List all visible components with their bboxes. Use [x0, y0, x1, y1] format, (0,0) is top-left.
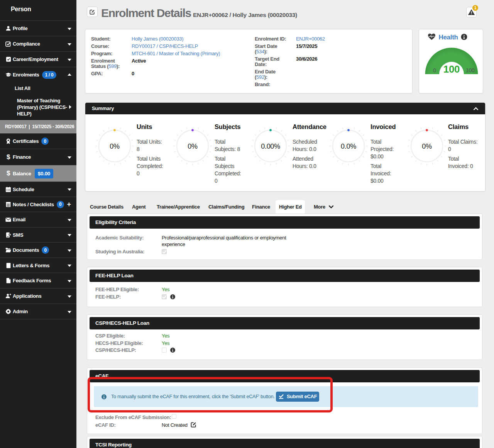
svg-text:0: 0: [433, 67, 436, 73]
svg-text:100: 100: [443, 63, 460, 75]
svg-text:0%: 0%: [110, 143, 120, 150]
svg-text:0%: 0%: [422, 143, 432, 150]
svg-text:100: 100: [466, 67, 475, 73]
svg-text:0.0%: 0.0%: [341, 143, 356, 150]
svg-text:0.00%: 0.00%: [261, 143, 280, 150]
svg-text:0%: 0%: [188, 143, 198, 150]
